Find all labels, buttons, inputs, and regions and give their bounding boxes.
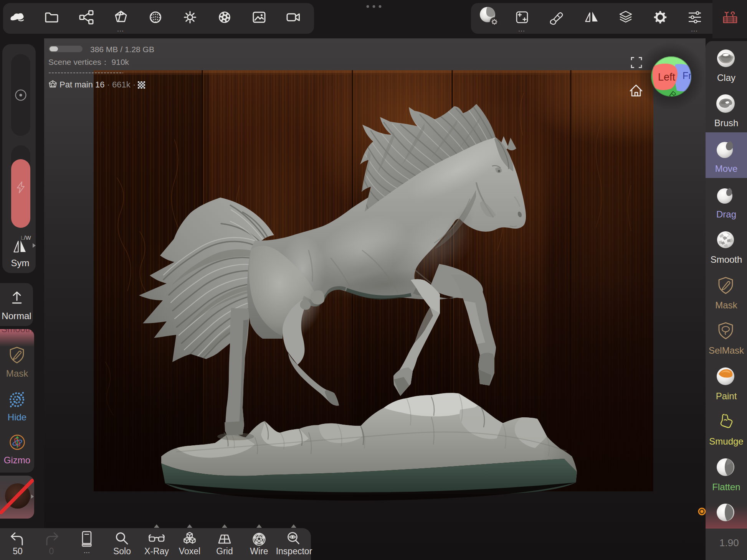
svg-text:Left: Left [658, 71, 676, 83]
